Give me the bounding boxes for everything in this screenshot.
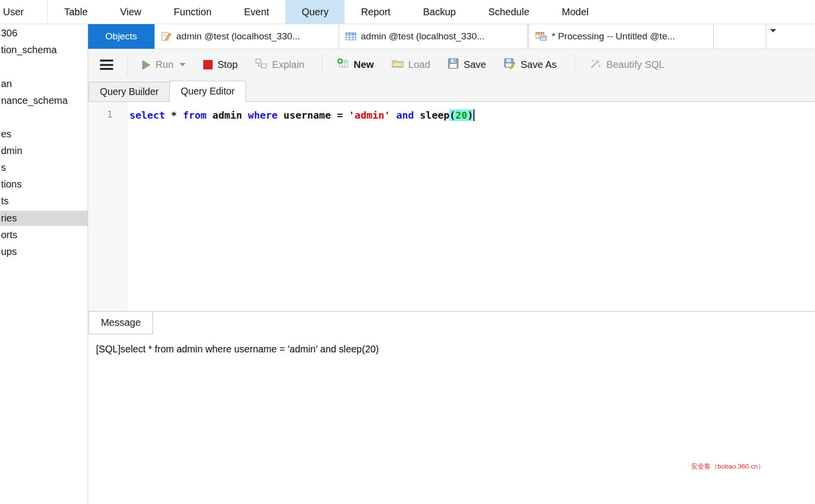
save-as-floppy-icon (504, 58, 516, 71)
editor-mode-tabs: Query Builder Query Editor (88, 80, 815, 101)
sql-keyword: from (183, 109, 212, 121)
line-number: 1 (88, 108, 113, 120)
sql-keyword: and (396, 109, 420, 121)
beautify-sql-button[interactable]: Beautify SQL (590, 58, 664, 72)
run-play-icon (142, 60, 151, 70)
menu-item-function[interactable]: Function (157, 0, 228, 24)
new-query-button[interactable]: New (337, 58, 374, 71)
beautify-label: Beautify SQL (606, 59, 664, 70)
tree-item-views[interactable]: s (0, 160, 88, 175)
tree-item-reports[interactable]: orts (0, 227, 88, 243)
tree-item-an[interactable]: an (0, 76, 88, 92)
sql-function: sleep (420, 109, 449, 121)
folder-open-icon (392, 59, 404, 71)
tree-item-performance-schema[interactable]: nance_schema (0, 93, 88, 108)
menu-item-event[interactable]: Event (228, 0, 285, 24)
message-log-line: [SQL]select * from admin where username … (96, 344, 379, 355)
sql-identifier: username (283, 109, 337, 121)
save-button[interactable]: Save (448, 58, 486, 71)
explain-icon (255, 58, 267, 71)
sql-code-line[interactable]: select * from admin where username = 'ad… (129, 108, 810, 122)
connection-tree: 306 tion_schema an nance_schema es dmin … (0, 24, 88, 504)
sql-close-paren: ) (467, 109, 473, 121)
menu-item-query[interactable]: Query (285, 0, 345, 24)
stop-icon (203, 60, 213, 69)
tree-item-queries[interactable]: ries (0, 211, 88, 226)
query-file-icon (161, 31, 172, 42)
run-dropdown-icon[interactable] (180, 63, 186, 66)
hamburger-icon (100, 60, 113, 70)
menu-item-table[interactable]: Table (48, 0, 104, 24)
menu-item-schedule[interactable]: Schedule (472, 0, 545, 24)
save-floppy-icon (448, 58, 459, 71)
stop-button[interactable]: Stop (203, 59, 238, 70)
document-tabstrip: Objects admin @test (localhost_330... (88, 24, 815, 49)
beautify-wand-icon (590, 58, 601, 72)
sidebar-toggle-button[interactable] (100, 60, 113, 70)
sql-keyword: where (248, 109, 283, 121)
explain-label: Explain (272, 59, 305, 70)
tab-message[interactable]: Message (89, 312, 153, 334)
sql-editor[interactable]: 1 select * from admin where username = '… (88, 101, 815, 311)
menu-item-user[interactable]: User (0, 0, 47, 24)
tree-item-backups[interactable]: ups (0, 244, 88, 259)
toolbar-divider (574, 55, 575, 75)
table-grid-icon (345, 31, 356, 42)
tab-query-editor[interactable]: Query Editor (169, 81, 246, 102)
tab-processing-untitled[interactable]: * Processing -- Untitled @te... (529, 24, 714, 49)
new-label: New (353, 59, 374, 70)
save-as-button[interactable]: Save As (504, 58, 557, 71)
tab-objects[interactable]: Objects (88, 24, 155, 49)
sql-identifier: admin (213, 109, 248, 121)
processing-query-icon (535, 31, 547, 42)
tabstrip-empty-space (714, 24, 766, 49)
save-label: Save (464, 59, 486, 70)
tab-label: * Processing -- Untitled @te... (552, 31, 675, 42)
run-label: Run (156, 59, 174, 70)
chevron-down-icon (770, 29, 776, 32)
tree-item-3306[interactable]: 306 (0, 26, 88, 41)
menu-item-report[interactable]: Report (345, 0, 407, 24)
sql-string: 'admin' (349, 109, 396, 121)
tab-label: admin @test (localhost_330... (176, 31, 300, 42)
text-cursor (473, 109, 474, 121)
menu-item-backup[interactable]: Backup (407, 0, 472, 24)
query-toolbar: Run Stop Explain (88, 49, 815, 80)
run-button[interactable]: Run (142, 59, 186, 70)
sql-keyword: select (129, 109, 171, 121)
tab-overflow-button[interactable] (766, 24, 815, 49)
explain-button[interactable]: Explain (255, 58, 305, 71)
tree-item-tables[interactable]: es (0, 126, 88, 142)
tab-table-admin[interactable]: admin @test (localhost_330... (339, 24, 528, 49)
sql-star: * (171, 109, 183, 121)
load-button[interactable]: Load (392, 59, 431, 71)
watermark-text: 安全客（bobao.360.cn） (691, 462, 764, 471)
tab-query-builder[interactable]: Query Builder (89, 82, 170, 101)
sql-number: 20 (455, 109, 467, 121)
line-number-gutter: 1 (88, 102, 127, 311)
sql-operator: = (337, 109, 348, 121)
menu-item-model[interactable]: Model (546, 0, 605, 24)
main-area: Objects admin @test (localhost_330... (88, 24, 815, 504)
message-panel: Message [SQL]select * from admin where u… (88, 311, 815, 504)
stop-label: Stop (218, 59, 238, 70)
tab-query-admin-1[interactable]: admin @test (localhost_330... (155, 24, 339, 49)
tree-item-information-schema[interactable]: tion_schema (0, 42, 88, 58)
tree-item-events[interactable]: ts (0, 193, 88, 209)
tab-objects-label: Objects (105, 31, 137, 42)
toolbar-divider (127, 55, 127, 75)
toolbar-divider (322, 55, 322, 75)
tab-label: admin @test (localhost_330... (361, 31, 485, 42)
tree-item-admin[interactable]: dmin (0, 143, 88, 158)
menu-bar: User Table View Function Event Query Rep… (0, 0, 815, 24)
menu-item-view[interactable]: View (104, 0, 157, 24)
save-as-label: Save As (521, 59, 557, 70)
sql-open-paren: ( (449, 109, 455, 121)
tree-item-functions[interactable]: tions (0, 177, 88, 192)
load-label: Load (408, 59, 431, 70)
new-query-icon (337, 58, 348, 71)
